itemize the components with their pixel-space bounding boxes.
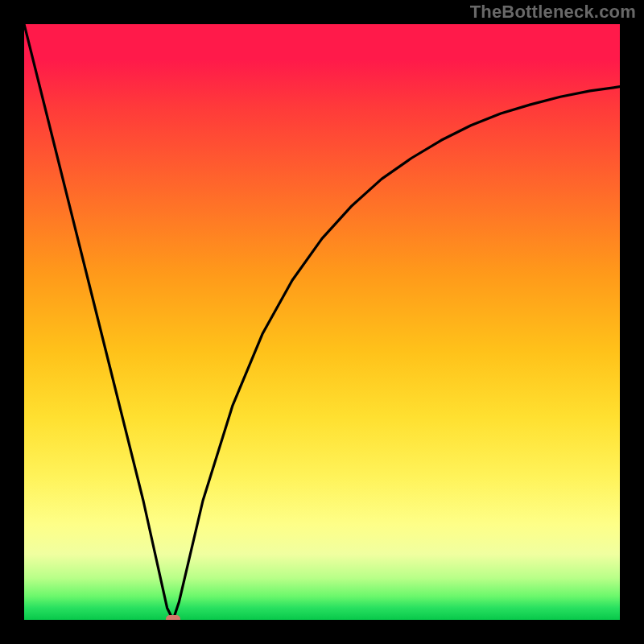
chart-frame: TheBottleneck.com <box>0 0 644 644</box>
bottleneck-curve <box>24 24 620 620</box>
plot-area <box>24 24 620 620</box>
watermark-text: TheBottleneck.com <box>470 2 636 23</box>
minimum-marker <box>166 615 180 620</box>
